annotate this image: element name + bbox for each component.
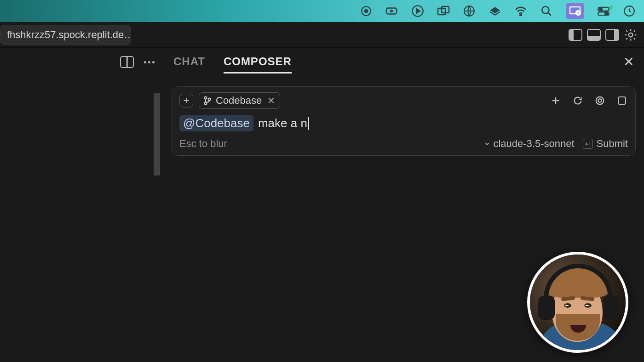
composer-top-controls [550, 95, 628, 107]
svg-point-14 [599, 8, 602, 11]
more-dots-icon[interactable] [144, 61, 155, 63]
control-center-icon[interactable] [597, 5, 610, 17]
model-selector[interactable]: claude-3.5-sonnet [484, 138, 574, 150]
webcam-overlay [527, 252, 628, 353]
svg-point-9 [542, 6, 549, 13]
chevron-down-icon [484, 141, 490, 147]
composer-bottom-row: Esc to blur claude-3.5-sonnet ↵ Submit [179, 138, 628, 150]
composer-top-row: + Codebase ✕ [179, 92, 628, 109]
refresh-icon[interactable] [572, 95, 584, 107]
globe-grid-icon[interactable] [463, 5, 476, 17]
svg-point-21 [208, 98, 211, 101]
wifi-icon[interactable] [514, 5, 527, 17]
context-chip-label: Codebase [216, 95, 262, 107]
split-view-icon[interactable] [120, 56, 134, 68]
typed-text: make a n [258, 116, 309, 130]
editor-layout-controls [569, 28, 638, 42]
svg-point-16 [605, 12, 608, 15]
tab-chat[interactable]: CHAT [173, 55, 205, 68]
new-thread-plus-icon[interactable] [550, 95, 562, 107]
settings-gear-icon[interactable] [624, 28, 638, 42]
tab-title: fhshkrzz57.spock.replit.de… [7, 29, 131, 40]
sidebar-scrollbar[interactable] [154, 93, 160, 175]
search-icon[interactable] [540, 5, 553, 17]
sidebar-controls [120, 56, 155, 68]
svg-point-1 [365, 10, 368, 13]
remove-chip-icon[interactable]: ✕ [267, 95, 275, 106]
model-name: claude-3.5-sonnet [493, 138, 574, 150]
svg-point-3 [391, 10, 392, 12]
svg-point-8 [520, 14, 521, 16]
submit-button[interactable]: ↵ Submit [583, 138, 628, 150]
left-sidebar [0, 48, 163, 362]
record-target-icon[interactable] [360, 5, 373, 17]
play-circle-icon[interactable] [411, 5, 424, 17]
svg-point-23 [598, 99, 601, 102]
browser-tab[interactable]: fhshkrzz57.spock.replit.de… [0, 25, 131, 45]
close-panel-icon[interactable]: ✕ [623, 54, 634, 69]
panel-tabs: CHAT COMPOSER ✕ [163, 48, 644, 75]
svg-point-22 [596, 97, 604, 105]
clock-icon[interactable] [623, 5, 636, 17]
ai-panel: CHAT COMPOSER ✕ + Codebase ✕ [163, 48, 644, 362]
git-branch-icon [204, 96, 211, 105]
text-cursor [308, 117, 309, 130]
composer-box: + Codebase ✕ [172, 86, 636, 156]
macos-menubar [0, 0, 644, 22]
screen-share-icon[interactable] [566, 3, 584, 19]
overlap-windows-icon[interactable] [437, 5, 450, 17]
svg-point-18 [629, 33, 633, 37]
target-icon[interactable] [594, 95, 606, 107]
submit-label: Submit [597, 138, 628, 150]
main-area: CHAT COMPOSER ✕ + Codebase ✕ [0, 48, 644, 362]
toggle-right-panel-icon[interactable] [605, 29, 619, 41]
mention-codebase[interactable]: @Codebase [179, 115, 253, 131]
blur-hint: Esc to blur [179, 138, 227, 150]
toggle-left-panel-icon[interactable] [569, 29, 582, 41]
battery-rect-icon[interactable] [385, 5, 398, 17]
svg-point-19 [205, 97, 207, 99]
diamond-stack-icon[interactable] [489, 5, 501, 17]
composer-input[interactable]: @Codebase make a n [179, 115, 628, 131]
toggle-bottom-panel-icon[interactable] [587, 29, 601, 41]
tab-composer[interactable]: COMPOSER [224, 55, 292, 68]
stop-icon[interactable] [616, 95, 628, 107]
context-chip-codebase[interactable]: Codebase ✕ [199, 92, 280, 109]
svg-point-12 [577, 12, 580, 14]
window-tabbar: fhshkrzz57.spock.replit.de… [0, 22, 644, 48]
enter-key-icon: ↵ [583, 139, 593, 149]
add-context-button[interactable]: + [179, 94, 193, 107]
